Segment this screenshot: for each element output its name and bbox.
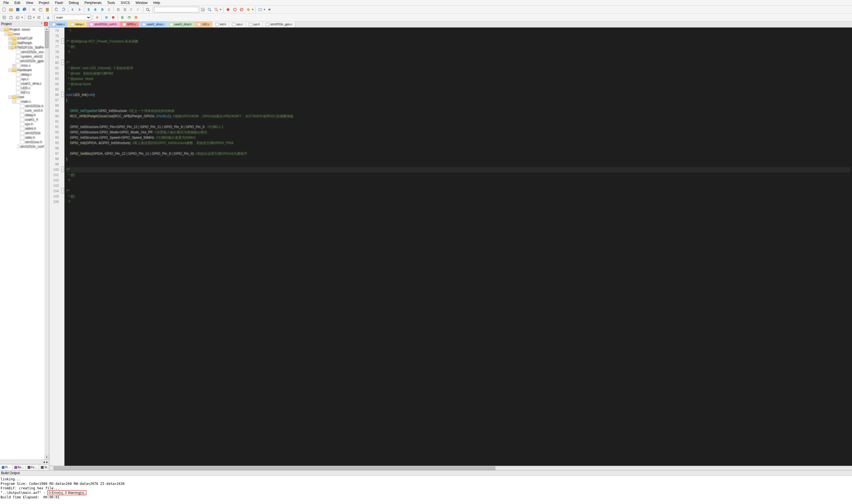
menu-tools[interactable]: Tools (104, 0, 118, 5)
translate-button[interactable] (1, 14, 7, 20)
books-button[interactable] (119, 14, 126, 20)
menu-debug[interactable]: Debug (66, 0, 82, 5)
outdent-button[interactable] (122, 6, 128, 13)
uncomment-button[interactable]: // (136, 6, 142, 13)
config-button[interactable] (266, 6, 272, 13)
tree-item[interactable]: stm32f10x.h (1, 104, 44, 108)
tree-item[interactable]: stdint.h (1, 126, 44, 131)
bookmark-clear-button[interactable] (106, 6, 112, 13)
tree-item[interactable]: stm32f10x (1, 131, 44, 136)
tree-item[interactable]: stm32f10x_xxx (1, 50, 44, 54)
nav-forward-button[interactable] (76, 6, 83, 13)
find-in-files-button[interactable] (200, 6, 206, 13)
breakpoint-disable-button[interactable] (238, 6, 245, 13)
nav-back-button[interactable] (70, 6, 76, 13)
rebuild-button[interactable] (15, 14, 21, 20)
fold-column[interactable]: −−−−− (61, 28, 65, 466)
bookmark-prev-button[interactable] (92, 6, 99, 13)
pin-icon[interactable] (40, 22, 43, 25)
save-button[interactable] (15, 6, 21, 13)
paste-button[interactable] (44, 6, 50, 13)
dropdown-icon[interactable]: ▼ (263, 8, 266, 11)
menu-svcs[interactable]: SVCS (118, 0, 133, 5)
tree-item[interactable]: +STARTUP (1, 36, 44, 41)
tree-item[interactable]: -User (1, 95, 44, 99)
undo-button[interactable] (53, 6, 60, 13)
tree-item[interactable]: core_cm3.h (1, 108, 44, 113)
zoom-button[interactable] (213, 6, 219, 13)
dropdown-icon[interactable]: ▼ (219, 8, 222, 11)
download-button[interactable] (45, 14, 51, 20)
manage-button[interactable] (110, 14, 116, 20)
build-output-body[interactable]: linking... Program Size: Code=1980 RO-da… (0, 476, 852, 504)
file-tab[interactable]: sys.c (229, 21, 246, 27)
menu-edit[interactable]: Edit (12, 0, 23, 5)
file-ext-button[interactable] (103, 14, 109, 20)
redo-button[interactable] (60, 6, 67, 13)
incremental-find-button[interactable] (207, 6, 213, 13)
file-tab[interactable]: stm32f10x_gpio.c (263, 21, 295, 27)
code-scroll[interactable]: 7475767778798081828384858687888990919293… (49, 28, 852, 466)
copy-button[interactable] (37, 6, 43, 13)
bookmark-button[interactable] (86, 6, 92, 13)
tree-item[interactable]: usart1_dma.c (1, 81, 44, 86)
file-tab[interactable]: main.c (49, 21, 68, 27)
breakpoint-kill-button[interactable] (245, 6, 251, 13)
tree-item[interactable]: KEY.c (1, 90, 44, 95)
project-hscroll[interactable]: ◄ ► (0, 460, 49, 464)
tree-item[interactable]: -Project: xxxxx (1, 27, 44, 32)
stop-build-button[interactable] (36, 14, 42, 20)
menu-flash[interactable]: Flash (52, 0, 66, 5)
dropdown-icon[interactable]: ▼ (251, 8, 254, 11)
rte-button[interactable] (133, 14, 139, 20)
tree-item[interactable]: stdio.h (1, 136, 44, 140)
menu-file[interactable]: File (1, 0, 12, 5)
breakpoint-button[interactable] (232, 6, 238, 13)
file-tab[interactable]: GPIO.c (120, 21, 139, 27)
project-tab[interactable]: Pr… (0, 464, 13, 470)
project-scrollbar[interactable]: ▲ ▼ (45, 27, 49, 460)
tree-item[interactable]: +misc.c (1, 63, 44, 68)
tree-item[interactable]: delay.c (1, 72, 44, 77)
new-file-button[interactable] (1, 6, 7, 13)
bookmark-next-button[interactable] (99, 6, 105, 13)
dropdown-icon[interactable]: ▼ (21, 16, 23, 19)
editor-hscroll[interactable] (49, 466, 852, 470)
open-file-button[interactable] (8, 6, 14, 13)
tree-item[interactable]: -xxxx (1, 32, 44, 36)
tree-item[interactable]: stm32xxx.h (1, 140, 44, 144)
tree-item[interactable]: -main.c (1, 99, 44, 104)
file-tab[interactable]: sys.h (246, 21, 263, 27)
build-button[interactable] (8, 14, 14, 20)
file-tab[interactable]: usart1_dma.h (167, 21, 195, 27)
tree-item[interactable]: usart1_h (1, 118, 44, 122)
file-tab[interactable]: stm32f10x_conf.h (87, 21, 120, 27)
dropdown-icon[interactable]: ▼ (33, 16, 35, 19)
tree-item[interactable]: sys.h (1, 122, 44, 126)
tree-item[interactable]: stm32f10x_gpio (1, 59, 44, 63)
tree-item[interactable]: stm32f10x_conf (1, 144, 44, 149)
find-button[interactable] (145, 6, 151, 13)
pack-button[interactable] (126, 14, 132, 20)
options-button[interactable] (94, 14, 100, 20)
file-tab[interactable]: usart1_dma.c (139, 21, 167, 27)
find-input[interactable] (154, 7, 199, 12)
comment-button[interactable]: // (129, 6, 135, 13)
file-tab[interactable]: led.h (213, 21, 229, 27)
save-all-button[interactable] (21, 6, 28, 13)
menu-help[interactable]: Help (150, 0, 163, 5)
code-content[interactable]: */ /** @defgroup KEY_Private_Functions 私… (65, 28, 852, 466)
tree-item[interactable]: system_stm32 (1, 54, 44, 59)
menu-view[interactable]: View (23, 0, 36, 5)
project-tab[interactable]: Bo… (13, 464, 26, 470)
tree-item[interactable]: sys.c (1, 77, 44, 81)
tree-item[interactable]: -STM32F10x_StdPe (1, 45, 44, 50)
project-tab[interactable]: Fu… (26, 464, 39, 470)
menu-window[interactable]: Window (132, 0, 150, 5)
debug-start-button[interactable] (225, 6, 231, 13)
tree-item[interactable]: LED.c (1, 86, 44, 90)
tree-item[interactable]: -Hardware (1, 68, 44, 72)
project-tree[interactable]: -Project: xxxxx-xxxx+STARTUP+StdPeriph-S… (0, 27, 45, 460)
tree-item[interactable]: +StdPeriph (1, 41, 44, 45)
window-button[interactable] (257, 6, 263, 13)
